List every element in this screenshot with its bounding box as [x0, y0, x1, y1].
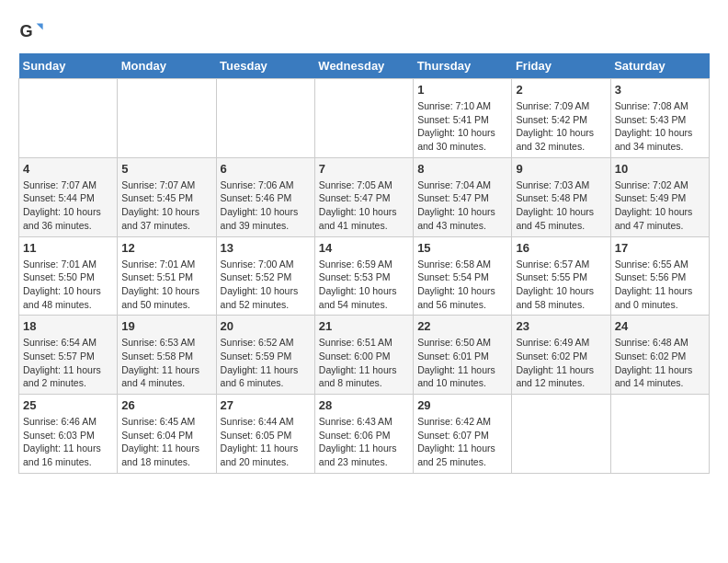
day-info: Sunrise: 6:50 AM Sunset: 6:01 PM Dayligh… [417, 336, 507, 390]
logo-icon: G [18, 18, 44, 44]
day-number: 25 [23, 398, 113, 412]
day-info: Sunrise: 7:06 AM Sunset: 5:46 PM Dayligh… [221, 178, 311, 233]
day-number: 3 [615, 83, 705, 97]
calendar-cell: 24Sunrise: 6:48 AM Sunset: 6:02 PM Dayli… [610, 316, 709, 395]
calendar-cell [610, 395, 709, 474]
calendar-cell: 4Sunrise: 7:07 AM Sunset: 5:44 PM Daylig… [19, 157, 118, 236]
day-number: 21 [319, 319, 409, 333]
day-header-tuesday: Tuesday [216, 53, 314, 79]
week-row-3: 11Sunrise: 7:01 AM Sunset: 5:50 PM Dayli… [19, 236, 710, 316]
day-number: 11 [23, 241, 113, 255]
day-number: 27 [221, 398, 311, 412]
day-info: Sunrise: 6:53 AM Sunset: 5:58 PM Dayligh… [121, 336, 211, 390]
day-info: Sunrise: 6:48 AM Sunset: 6:02 PM Dayligh… [615, 336, 705, 390]
day-header-saturday: Saturday [610, 53, 709, 79]
svg-text:G: G [19, 22, 32, 40]
calendar-cell: 2Sunrise: 7:09 AM Sunset: 5:42 PM Daylig… [512, 79, 610, 158]
calendar-cell: 6Sunrise: 7:06 AM Sunset: 5:46 PM Daylig… [216, 157, 314, 236]
day-info: Sunrise: 6:49 AM Sunset: 6:02 PM Dayligh… [516, 336, 606, 390]
day-info: Sunrise: 7:08 AM Sunset: 5:43 PM Dayligh… [615, 99, 705, 154]
calendar-cell [118, 79, 216, 158]
calendar-cell: 22Sunrise: 6:50 AM Sunset: 6:01 PM Dayli… [414, 316, 512, 395]
day-header-monday: Monday [118, 53, 216, 79]
week-row-1: 1Sunrise: 7:10 AM Sunset: 5:41 PM Daylig… [19, 79, 710, 158]
day-info: Sunrise: 7:01 AM Sunset: 5:50 PM Dayligh… [23, 258, 113, 312]
day-info: Sunrise: 6:42 AM Sunset: 6:07 PM Dayligh… [417, 415, 507, 469]
calendar-cell: 1Sunrise: 7:10 AM Sunset: 5:41 PM Daylig… [414, 79, 512, 158]
calendar-cell: 14Sunrise: 6:59 AM Sunset: 5:53 PM Dayli… [314, 236, 413, 316]
day-info: Sunrise: 7:00 AM Sunset: 5:52 PM Dayligh… [221, 258, 311, 312]
calendar-cell: 15Sunrise: 6:58 AM Sunset: 5:54 PM Dayli… [414, 236, 512, 316]
calendar-table: SundayMondayTuesdayWednesdayThursdayFrid… [18, 53, 710, 474]
day-number: 24 [615, 319, 705, 333]
calendar-cell: 8Sunrise: 7:04 AM Sunset: 5:47 PM Daylig… [414, 157, 512, 236]
day-number: 19 [121, 319, 211, 333]
svg-marker-1 [37, 24, 43, 30]
day-number: 12 [121, 241, 211, 255]
day-number: 13 [221, 241, 311, 255]
week-row-2: 4Sunrise: 7:07 AM Sunset: 5:44 PM Daylig… [19, 157, 710, 236]
calendar-cell: 17Sunrise: 6:55 AM Sunset: 5:56 PM Dayli… [610, 236, 709, 316]
day-number: 18 [23, 319, 113, 333]
day-number: 6 [221, 162, 311, 176]
day-info: Sunrise: 7:07 AM Sunset: 5:44 PM Dayligh… [23, 178, 113, 233]
day-info: Sunrise: 7:03 AM Sunset: 5:48 PM Dayligh… [516, 178, 606, 233]
day-number: 5 [121, 162, 211, 176]
day-info: Sunrise: 6:51 AM Sunset: 6:00 PM Dayligh… [319, 336, 409, 390]
logo: G [18, 18, 48, 44]
day-number: 16 [516, 241, 606, 255]
page-header: G [18, 18, 710, 44]
day-info: Sunrise: 7:02 AM Sunset: 5:49 PM Dayligh… [615, 178, 705, 233]
calendar-cell: 5Sunrise: 7:07 AM Sunset: 5:45 PM Daylig… [118, 157, 216, 236]
calendar-cell: 13Sunrise: 7:00 AM Sunset: 5:52 PM Dayli… [216, 236, 314, 316]
day-info: Sunrise: 6:43 AM Sunset: 6:06 PM Dayligh… [319, 415, 409, 469]
day-info: Sunrise: 6:59 AM Sunset: 5:53 PM Dayligh… [319, 258, 409, 312]
day-info: Sunrise: 7:10 AM Sunset: 5:41 PM Dayligh… [417, 99, 507, 154]
day-number: 10 [615, 162, 705, 176]
day-info: Sunrise: 6:58 AM Sunset: 5:54 PM Dayligh… [417, 258, 507, 312]
day-header-friday: Friday [512, 53, 610, 79]
days-header-row: SundayMondayTuesdayWednesdayThursdayFrid… [19, 53, 710, 79]
day-info: Sunrise: 6:46 AM Sunset: 6:03 PM Dayligh… [23, 415, 113, 469]
day-number: 4 [23, 162, 113, 176]
day-info: Sunrise: 7:01 AM Sunset: 5:51 PM Dayligh… [121, 258, 211, 312]
calendar-cell: 21Sunrise: 6:51 AM Sunset: 6:00 PM Dayli… [314, 316, 413, 395]
day-header-thursday: Thursday [414, 53, 512, 79]
calendar-cell: 12Sunrise: 7:01 AM Sunset: 5:51 PM Dayli… [118, 236, 216, 316]
day-number: 28 [319, 398, 409, 412]
calendar-cell: 29Sunrise: 6:42 AM Sunset: 6:07 PM Dayli… [414, 395, 512, 474]
calendar-cell: 23Sunrise: 6:49 AM Sunset: 6:02 PM Dayli… [512, 316, 610, 395]
calendar-cell: 18Sunrise: 6:54 AM Sunset: 5:57 PM Dayli… [19, 316, 118, 395]
day-number: 9 [516, 162, 606, 176]
calendar-cell [216, 79, 314, 158]
day-info: Sunrise: 6:44 AM Sunset: 6:05 PM Dayligh… [221, 415, 311, 469]
day-header-wednesday: Wednesday [314, 53, 413, 79]
day-info: Sunrise: 6:45 AM Sunset: 6:04 PM Dayligh… [121, 415, 211, 469]
day-number: 20 [221, 319, 311, 333]
calendar-cell: 10Sunrise: 7:02 AM Sunset: 5:49 PM Dayli… [610, 157, 709, 236]
day-number: 29 [417, 398, 507, 412]
day-number: 2 [516, 83, 606, 97]
day-number: 14 [319, 241, 409, 255]
day-info: Sunrise: 7:05 AM Sunset: 5:47 PM Dayligh… [319, 178, 409, 233]
calendar-cell: 25Sunrise: 6:46 AM Sunset: 6:03 PM Dayli… [19, 395, 118, 474]
day-header-sunday: Sunday [19, 53, 118, 79]
calendar-cell [314, 79, 413, 158]
calendar-cell: 20Sunrise: 6:52 AM Sunset: 5:59 PM Dayli… [216, 316, 314, 395]
calendar-cell: 27Sunrise: 6:44 AM Sunset: 6:05 PM Dayli… [216, 395, 314, 474]
calendar-cell: 3Sunrise: 7:08 AM Sunset: 5:43 PM Daylig… [610, 79, 709, 158]
day-info: Sunrise: 7:07 AM Sunset: 5:45 PM Dayligh… [121, 178, 211, 233]
week-row-5: 25Sunrise: 6:46 AM Sunset: 6:03 PM Dayli… [19, 395, 710, 474]
day-number: 23 [516, 319, 606, 333]
week-row-4: 18Sunrise: 6:54 AM Sunset: 5:57 PM Dayli… [19, 316, 710, 395]
calendar-cell: 11Sunrise: 7:01 AM Sunset: 5:50 PM Dayli… [19, 236, 118, 316]
day-number: 15 [417, 241, 507, 255]
day-number: 17 [615, 241, 705, 255]
day-info: Sunrise: 7:09 AM Sunset: 5:42 PM Dayligh… [516, 99, 606, 154]
calendar-cell: 19Sunrise: 6:53 AM Sunset: 5:58 PM Dayli… [118, 316, 216, 395]
calendar-cell: 26Sunrise: 6:45 AM Sunset: 6:04 PM Dayli… [118, 395, 216, 474]
calendar-cell: 28Sunrise: 6:43 AM Sunset: 6:06 PM Dayli… [314, 395, 413, 474]
day-number: 8 [417, 162, 507, 176]
calendar-cell [19, 79, 118, 158]
day-number: 22 [417, 319, 507, 333]
